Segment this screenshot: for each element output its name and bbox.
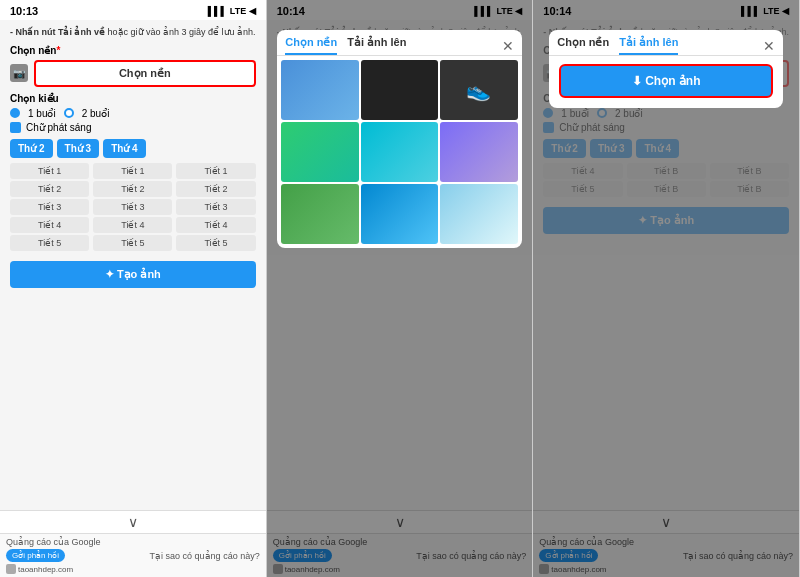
modal-close-2[interactable]: ✕ xyxy=(502,38,514,54)
radio-1buoi-label-1: 1 buổi xyxy=(28,108,56,119)
tiet-cell: Tiết 2 xyxy=(176,181,255,197)
ad-bar-1: Quảng cáo của Google Gởi phản hồi Tại sa… xyxy=(0,533,266,577)
upload-btn-row-3: ⬇ Chọn ảnh xyxy=(549,56,783,102)
tiet-cell: Tiết 2 xyxy=(10,181,89,197)
status-icons-1: ▌▌▌ LTE ◀ xyxy=(208,6,256,16)
radio-row-1: 1 buổi 2 buổi xyxy=(10,108,256,119)
checkbox-row-1: Chữ phát sáng xyxy=(10,122,256,133)
nav-chevron-1[interactable]: ∨ xyxy=(128,514,138,530)
checkbox-label-1: Chữ phát sáng xyxy=(26,122,92,133)
day-btn-thu4-1[interactable]: Thứ 4 xyxy=(103,139,146,158)
phone-panel-2: 10:14 ▌▌▌ LTE ◀ - Nhấn nút Tải ảnh về ho… xyxy=(267,0,534,577)
tiet-cell: Tiết 3 xyxy=(93,199,172,215)
ad-site-1: taoanhdep.com xyxy=(6,564,260,574)
photo-cell-ocean[interactable] xyxy=(361,184,438,244)
radio-1buoi-1[interactable] xyxy=(10,108,20,118)
day-btn-thu3-1[interactable]: Thứ 3 xyxy=(57,139,100,158)
ad-row-1: Quảng cáo của Google xyxy=(6,537,260,547)
tiet-cell: Tiết 5 xyxy=(93,235,172,251)
modal-box-2: Chọn nền Tải ảnh lên ✕ 👟 xyxy=(277,30,521,248)
tiet-cell: Tiết 2 xyxy=(93,181,172,197)
modal-tab-chonnenn-2[interactable]: Chọn nền xyxy=(285,36,337,55)
tiet-row-2: Tiết 2 Tiết 2 Tiết 2 xyxy=(10,181,256,197)
photo-cell-sky[interactable] xyxy=(281,60,358,120)
tiet-row-1: Tiết 1 Tiết 1 Tiết 1 xyxy=(10,163,256,179)
photo-cell-water[interactable] xyxy=(281,122,358,182)
photo-cell-plane[interactable] xyxy=(440,184,517,244)
checkbox-1[interactable] xyxy=(10,122,21,133)
choose-bg-button-1[interactable]: Chọn nền xyxy=(34,60,256,87)
modal-overlay-3: Chọn nền Tải ảnh lên ✕ ⬇ Chọn ảnh xyxy=(533,0,799,577)
tiet-cell: Tiết 3 xyxy=(176,199,255,215)
tiet-cell: Tiết 5 xyxy=(10,235,89,251)
photo-cell-dark[interactable] xyxy=(361,60,438,120)
ad-feedback-btn-1[interactable]: Gởi phản hồi xyxy=(6,549,65,562)
tiet-cell: Tiết 3 xyxy=(10,199,89,215)
status-time-1: 10:13 xyxy=(10,5,38,17)
phone-panel-3: 10:14 ▌▌▌ LTE ◀ - Nhấn nút Tải ảnh về ho… xyxy=(533,0,800,577)
ad-row-2: Gởi phản hồi Tại sao có quảng cáo này? xyxy=(6,549,260,562)
modal-overlay-2: Chọn nền Tải ảnh lên ✕ 👟 xyxy=(267,0,533,577)
tiet-cell: Tiết 4 xyxy=(10,217,89,233)
site-icon-1 xyxy=(6,564,16,574)
camera-icon-1: 📷 xyxy=(10,64,28,82)
phone-panel-1: 10:13 ▌▌▌ LTE ◀ - Nhấn nút Tải ảnh về ho… xyxy=(0,0,267,577)
ad-text-1: Quảng cáo của Google xyxy=(6,537,101,547)
ad-question-1: Tại sao có quảng cáo này? xyxy=(150,551,260,561)
site-name-1: taoanhdep.com xyxy=(18,565,73,574)
tiet-cell: Tiết 5 xyxy=(176,235,255,251)
status-bar-1: 10:13 ▌▌▌ LTE ◀ xyxy=(0,0,266,20)
photo-cell-green[interactable] xyxy=(281,184,358,244)
content-area-1: - Nhấn nút Tải ảnh về hoặc giữ vào ảnh 3… xyxy=(0,20,266,510)
modal-box-small-3: Chọn nền Tải ảnh lên ✕ ⬇ Chọn ảnh xyxy=(549,30,783,108)
day-btn-thu2-1[interactable]: Thứ 2 xyxy=(10,139,53,158)
upload-choose-photo-button[interactable]: ⬇ Chọn ảnh xyxy=(559,64,773,98)
modal-tabs-small-3: Chọn nền Tải ảnh lên ✕ xyxy=(549,30,783,56)
photo-grid-2: 👟 xyxy=(277,56,521,248)
photo-cell-purple[interactable] xyxy=(440,122,517,182)
radio-2buoi-label-1: 2 buổi xyxy=(82,108,110,119)
tiet-cell: Tiết 1 xyxy=(176,163,255,179)
tiet-cell: Tiết 1 xyxy=(10,163,89,179)
choose-bg-label-1: Chọn nền* xyxy=(10,45,256,56)
photo-cell-teal[interactable] xyxy=(361,122,438,182)
modal-tabs-2: Chọn nền Tải ảnh lên ✕ xyxy=(277,30,521,56)
tiet-row-5: Tiết 5 Tiết 5 Tiết 5 xyxy=(10,235,256,251)
signal-icon-1: ▌▌▌ xyxy=(208,6,227,16)
day-buttons-1: Thứ 2 Thứ 3 Thứ 4 xyxy=(10,139,256,158)
modal-tab-taianhlen-2[interactable]: Tải ảnh lên xyxy=(347,36,406,55)
tiet-cell: Tiết 4 xyxy=(93,217,172,233)
photo-cell-sneaker[interactable]: 👟 xyxy=(440,60,517,120)
tiet-table-1: Tiết 1 Tiết 1 Tiết 1 Tiết 2 Tiết 2 Tiết … xyxy=(10,163,256,251)
tiet-cell: Tiết 1 xyxy=(93,163,172,179)
create-image-button-1[interactable]: ✦ Tạo ảnh xyxy=(10,261,256,288)
modal-tab-chonnenn-3[interactable]: Chọn nền xyxy=(557,36,609,55)
modal-close-3[interactable]: ✕ xyxy=(763,38,775,54)
lte-label-1: LTE ◀ xyxy=(230,6,256,16)
choose-style-label-1: Chọn kiểu xyxy=(10,93,256,104)
bottom-nav-1: ∨ xyxy=(0,510,266,533)
tiet-cell: Tiết 4 xyxy=(176,217,255,233)
choose-bg-row-1: 📷 Chọn nền xyxy=(10,60,256,87)
modal-tab-taianhlen-3[interactable]: Tải ảnh lên xyxy=(619,36,678,55)
tiet-row-3: Tiết 3 Tiết 3 Tiết 3 xyxy=(10,199,256,215)
instruction-text-1: - Nhấn nút Tải ảnh về hoặc giữ vào ảnh 3… xyxy=(10,26,256,39)
radio-2buoi-1[interactable] xyxy=(64,108,74,118)
tiet-row-4: Tiết 4 Tiết 4 Tiết 4 xyxy=(10,217,256,233)
